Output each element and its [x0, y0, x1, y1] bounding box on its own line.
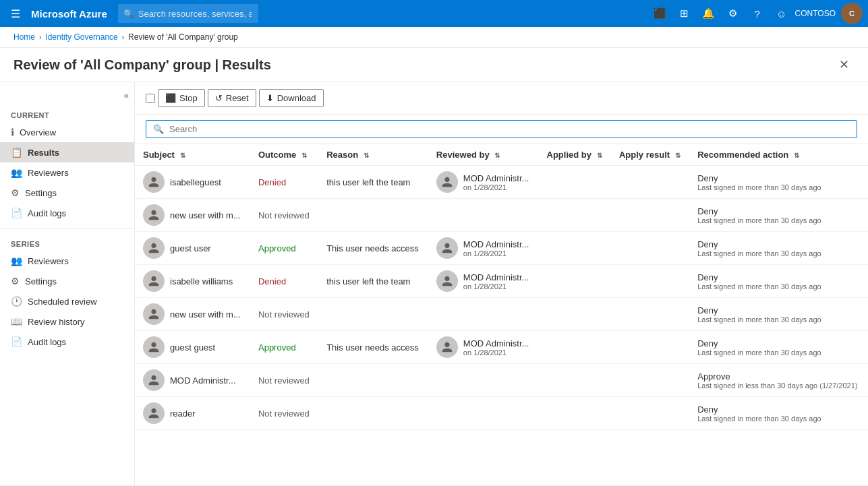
top-bar-icons: ⬛ ⊞ 🔔 ⚙ ? ☺ CONTOSO C	[649, 3, 863, 24]
cell-outcome-0: Denied	[250, 166, 318, 199]
sidebar: « Current ℹ Overview 📋 Results 👥 Reviewe…	[0, 82, 135, 485]
cell-applied-0	[539, 166, 611, 199]
sidebar-item-results[interactable]: 📋 Results	[0, 142, 134, 162]
sidebar-label-series-settings: Settings	[25, 276, 57, 286]
info-icon: ℹ	[11, 127, 14, 138]
sidebar-item-series-settings[interactable]: ⚙ Settings	[0, 271, 134, 291]
sidebar-label-history: Review history	[28, 317, 85, 327]
sidebar-item-overview[interactable]: ℹ Overview	[0, 122, 134, 142]
col-reviewed-by[interactable]: Reviewed by ⇅	[428, 144, 539, 166]
sort-reason-icon: ⇅	[364, 152, 369, 159]
sidebar-label-series-audit: Audit logs	[28, 337, 66, 347]
stop-button[interactable]: ⬛ Stop	[158, 89, 205, 107]
cell-apply-result-2	[611, 232, 689, 265]
cell-reviewed-5: MOD Administr... on 1/28/2021	[428, 331, 539, 364]
cell-reviewed-0: MOD Administr... on 1/28/2021	[428, 166, 539, 199]
cell-outcome-5: Approved	[250, 331, 318, 364]
breadcrumb-current: Review of 'All Company' group	[128, 32, 238, 42]
sidebar-label-scheduled: Scheduled review	[28, 297, 97, 307]
cell-applied-5	[539, 331, 611, 364]
cell-apply-result-4	[611, 298, 689, 331]
sort-outcome-icon: ⇅	[301, 152, 307, 159]
clock-icon: 🕐	[11, 296, 22, 307]
global-search-input[interactable]	[118, 4, 258, 23]
sort-subject-icon: ⇅	[180, 152, 185, 159]
feedback-icon[interactable]: ☺	[771, 3, 792, 24]
subject-avatar-2	[143, 237, 165, 259]
sidebar-item-audit-logs[interactable]: 📄 Audit logs	[0, 203, 134, 223]
col-recommended-action[interactable]: Recommended action ⇅	[689, 144, 868, 166]
cell-recommended-0: Deny Last signed in more than 30 days ag…	[689, 166, 868, 199]
cell-apply-result-6	[611, 364, 689, 397]
cell-apply-result-3	[611, 265, 689, 298]
sidebar-item-series-audit[interactable]: 📄 Audit logs	[0, 332, 134, 352]
sidebar-current-label: Current	[0, 106, 134, 122]
download-icon: ⬇	[266, 93, 274, 103]
table-row: isabelle williams Denied this user left …	[135, 265, 868, 298]
cell-reason-2: This user needs access	[318, 232, 428, 265]
cell-reviewed-7	[428, 397, 539, 430]
sidebar-collapse-button[interactable]: «	[0, 88, 134, 106]
sidebar-item-scheduled-review[interactable]: 🕐 Scheduled review	[0, 291, 134, 311]
user-avatar[interactable]: C	[841, 3, 863, 24]
hamburger-menu[interactable]: ☰	[5, 5, 26, 23]
cell-apply-result-5	[611, 331, 689, 364]
sidebar-item-reviewers[interactable]: 👥 Reviewers	[0, 162, 134, 183]
reviewer-avatar	[436, 171, 458, 193]
table-row: reader Not reviewed Deny Last signed in …	[135, 397, 868, 430]
sidebar-item-settings[interactable]: ⚙ Settings	[0, 183, 134, 203]
cell-reviewed-1	[428, 199, 539, 232]
close-button[interactable]: ✕	[834, 55, 855, 75]
sidebar-label-settings: Settings	[25, 188, 57, 198]
col-outcome[interactable]: Outcome ⇅	[250, 144, 318, 166]
org-label: CONTOSO	[795, 9, 836, 18]
table-row: MOD Administr... Not reviewed Approve La…	[135, 364, 868, 397]
help-icon[interactable]: ?	[747, 3, 768, 24]
cell-subject-1: new user with m...	[135, 199, 250, 232]
reviewer-avatar	[436, 336, 458, 358]
sidebar-item-review-history[interactable]: 📖 Review history	[0, 311, 134, 332]
settings-icon[interactable]: ⚙	[722, 3, 744, 24]
sidebar-label-series-reviewers: Reviewers	[28, 256, 69, 266]
select-all-checkbox[interactable]	[146, 94, 155, 103]
col-subject[interactable]: Subject ⇅	[135, 144, 250, 166]
toolbar: ⬛ Stop ↺ Reset ⬇ Download	[135, 82, 868, 115]
cell-recommended-6: Approve Last signed in less than 30 days…	[689, 364, 868, 397]
directory-icon[interactable]: ⊞	[674, 3, 695, 24]
sidebar-label-audit: Audit logs	[28, 208, 66, 218]
cell-reason-3: this user left the team	[318, 265, 428, 298]
reviewer-avatar	[436, 237, 458, 259]
download-button[interactable]: ⬇ Download	[259, 89, 324, 107]
cell-subject-7: reader	[135, 397, 250, 430]
table-row: isabelleguest Denied this user left the …	[135, 166, 868, 199]
search-wrap: 🔍	[118, 4, 523, 23]
cell-applied-6	[539, 364, 611, 397]
subject-avatar-4	[143, 303, 165, 325]
cell-applied-4	[539, 298, 611, 331]
main-layout: « Current ℹ Overview 📋 Results 👥 Reviewe…	[0, 82, 868, 485]
subject-avatar-5	[143, 336, 165, 358]
notifications-icon[interactable]: 🔔	[698, 3, 720, 24]
sidebar-item-series-reviewers[interactable]: 👥 Reviewers	[0, 251, 134, 271]
cloud-shell-icon[interactable]: ⬛	[649, 3, 671, 24]
col-apply-result[interactable]: Apply result ⇅	[611, 144, 689, 166]
cell-reason-5: This user needs access	[318, 331, 428, 364]
col-applied-by[interactable]: Applied by ⇅	[539, 144, 611, 166]
app-logo: Microsoft Azure	[31, 8, 107, 20]
breadcrumb-home[interactable]: Home	[13, 32, 35, 42]
breadcrumb-identity[interactable]: Identity Governance	[45, 32, 117, 42]
cell-outcome-3: Denied	[250, 265, 318, 298]
reset-button[interactable]: ↺ Reset	[208, 89, 256, 107]
sidebar-label-overview: Overview	[20, 127, 56, 138]
cell-applied-3	[539, 265, 611, 298]
sidebar-label-results: Results	[28, 148, 59, 158]
search-bar-wrap: 🔍	[135, 115, 868, 144]
cell-recommended-7: Deny Last signed in more than 30 days ag…	[689, 397, 868, 430]
table-row: guest guest Approved This user needs acc…	[135, 331, 868, 364]
search-input[interactable]	[169, 124, 850, 134]
sidebar-divider	[0, 229, 134, 229]
cell-recommended-3: Deny Last signed in more than 30 days ag…	[689, 265, 868, 298]
cell-applied-2	[539, 232, 611, 265]
col-reason[interactable]: Reason ⇅	[318, 144, 428, 166]
top-bar: ☰ Microsoft Azure 🔍 ⬛ ⊞ 🔔 ⚙ ? ☺ CONTOSO …	[0, 0, 868, 27]
